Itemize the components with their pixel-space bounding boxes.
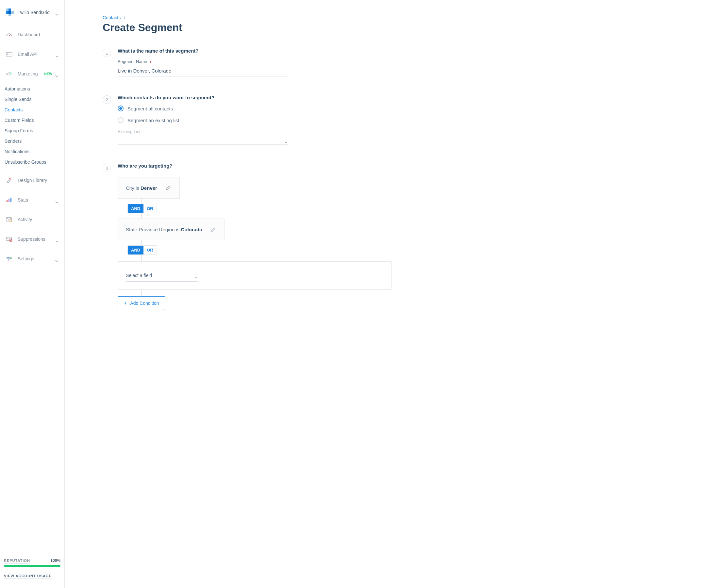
nav-label: Suppressions — [18, 236, 45, 242]
main-content: Contacts / Create Segment 1 What is the … — [65, 0, 392, 588]
chevron-down-icon — [55, 73, 59, 75]
new-badge: NEW — [44, 72, 52, 76]
brand-name: Twilio SendGrid — [18, 10, 50, 15]
subnav-senders[interactable]: Senders — [5, 136, 64, 146]
breadcrumb: Contacts / — [103, 15, 392, 20]
view-account-usage-link[interactable]: VIEW ACCOUNT USAGE — [4, 574, 52, 579]
and-or-toggle: AND OR — [127, 204, 157, 213]
pencil-icon — [211, 227, 216, 232]
brand-switcher[interactable]: Twilio SendGrid — [0, 6, 64, 25]
radio-label: Segment an existing list — [127, 118, 179, 123]
step-title: Who are you targeting? — [118, 163, 392, 169]
add-condition-button[interactable]: + Add Condition — [118, 296, 165, 310]
required-indicator-icon — [150, 61, 151, 63]
brand-logo-icon — [6, 8, 14, 16]
subnav-custom-fields[interactable]: Custom Fields — [5, 115, 64, 125]
breadcrumb-contacts-link[interactable]: Contacts — [103, 15, 121, 20]
svg-rect-9 — [9, 178, 11, 180]
step-3: 3 Who are you targeting? City is Denver … — [103, 163, 392, 310]
megaphone-icon — [6, 71, 13, 77]
page-title: Create Segment — [103, 22, 392, 34]
chevron-down-icon — [55, 199, 59, 201]
subnav-contacts[interactable]: Contacts — [5, 105, 64, 115]
sidebar: Twilio SendGrid Dashboard Email API — [0, 0, 65, 588]
reputation-pct: 100% — [50, 558, 60, 563]
marketing-subnav: Automations Single Sends Contacts Custom… — [0, 84, 64, 170]
svg-rect-10 — [6, 200, 7, 202]
nav-dashboard[interactable]: Dashboard — [0, 25, 64, 44]
nav-design-library[interactable]: Design Library — [0, 170, 64, 190]
chevron-down-icon — [55, 53, 59, 55]
design-icon — [6, 178, 13, 183]
svg-line-6 — [9, 34, 11, 36]
and-button[interactable]: AND — [128, 246, 143, 254]
nav-label: Stats — [18, 197, 28, 203]
sliders-icon — [6, 256, 13, 261]
svg-rect-22 — [7, 257, 8, 258]
edit-condition-button[interactable] — [165, 185, 171, 191]
nav-label: Email API — [18, 51, 38, 57]
svg-rect-12 — [11, 197, 12, 202]
svg-rect-23 — [10, 258, 11, 259]
nav-activity[interactable]: Activity — [0, 210, 64, 229]
connector-line — [141, 255, 142, 261]
subnav-single-sends[interactable]: Single Sends — [5, 94, 64, 105]
chevron-down-icon — [284, 139, 288, 141]
svg-rect-7 — [6, 52, 12, 56]
subnav-signup-forms[interactable]: Signup Forms — [5, 125, 64, 136]
svg-rect-5 — [8, 14, 11, 16]
step-number: 2 — [103, 96, 111, 104]
svg-rect-11 — [8, 198, 9, 202]
and-button[interactable]: AND — [128, 204, 143, 213]
connector-line — [141, 213, 142, 218]
radio-segment-all[interactable] — [118, 106, 124, 111]
condition-text: City is Denver — [126, 185, 157, 191]
svg-rect-1 — [8, 8, 11, 11]
activity-icon — [6, 217, 13, 222]
subnav-notifications[interactable]: Notifications — [5, 146, 64, 157]
step-number: 3 — [103, 164, 111, 172]
condition-text: State Province Region is Colorado — [126, 227, 202, 232]
nav-stats[interactable]: Stats — [0, 190, 64, 210]
step-title: What is the name of this segment? — [118, 48, 392, 54]
radio-segment-existing[interactable] — [118, 117, 124, 123]
plus-icon: + — [124, 300, 127, 306]
step-title: Which contacts do you want to segment? — [118, 95, 392, 100]
subnav-automations[interactable]: Automations — [5, 84, 64, 94]
svg-rect-4 — [11, 11, 14, 14]
new-condition-card: Select a field — [118, 261, 392, 290]
pencil-icon — [166, 185, 171, 190]
segment-name-input[interactable] — [118, 66, 288, 77]
chevron-down-icon — [194, 274, 198, 276]
reputation-label: REPUTATION — [4, 559, 30, 563]
chevron-down-icon — [55, 12, 59, 14]
nav-label: Dashboard — [18, 32, 40, 37]
subnav-unsubscribe-groups[interactable]: Unsubscribe Groups — [5, 157, 64, 167]
svg-line-15 — [12, 222, 13, 223]
step-2: 2 Which contacts do you want to segment?… — [103, 95, 392, 145]
step-1: 1 What is the name of this segment? Segm… — [103, 48, 392, 77]
nav-label: Design Library — [18, 178, 47, 183]
existing-list-dropdown[interactable] — [118, 136, 288, 145]
nav-suppressions[interactable]: Suppressions — [0, 229, 64, 249]
reputation-bar — [4, 565, 60, 567]
or-button[interactable]: OR — [143, 204, 157, 213]
nav-label: Marketing — [18, 71, 38, 77]
suppressions-icon — [6, 236, 13, 242]
nav-marketing[interactable]: Marketing NEW — [0, 64, 64, 84]
gauge-icon — [6, 32, 13, 37]
connector-line — [141, 240, 142, 245]
edit-condition-button[interactable] — [210, 226, 217, 233]
existing-list-label: Existing List — [118, 129, 392, 134]
svg-rect-0 — [6, 8, 8, 11]
segment-name-label: Segment Name — [118, 59, 147, 64]
or-button[interactable]: OR — [143, 246, 157, 254]
select-field-dropdown[interactable]: Select a field — [126, 270, 198, 281]
select-field-label: Select a field — [126, 273, 152, 278]
bar-chart-icon — [6, 197, 13, 203]
nav-label: Settings — [18, 256, 34, 261]
nav-email-api[interactable]: Email API — [0, 44, 64, 64]
connector-line — [141, 198, 142, 204]
connector-line — [141, 290, 142, 296]
nav-settings[interactable]: Settings — [0, 249, 64, 269]
